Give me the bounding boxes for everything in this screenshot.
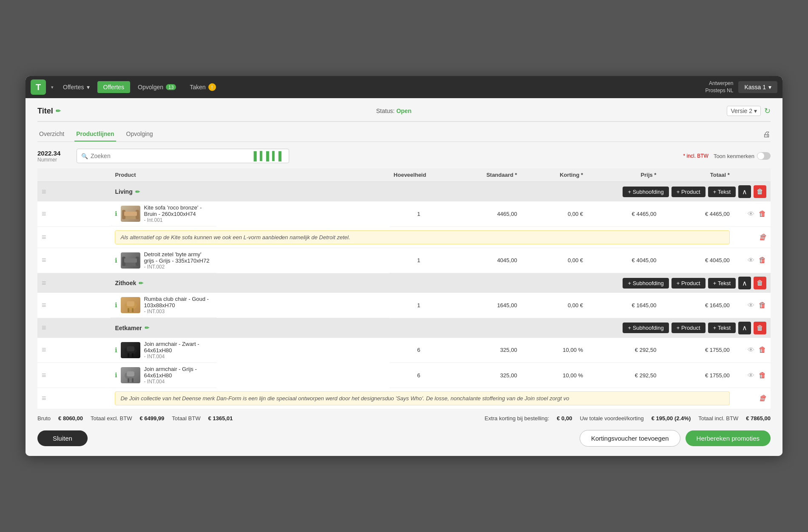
btn-tekst-zithoek[interactable]: + Tekst: [708, 278, 736, 289]
info-icon[interactable]: ℹ: [115, 301, 117, 309]
section-edit-icon[interactable]: ✏: [135, 189, 140, 195]
print-icon[interactable]: 🖨: [763, 130, 771, 139]
svg-rect-10: [132, 308, 134, 312]
row-drag: ≡: [37, 201, 111, 226]
btn-del-section-living[interactable]: 🗑: [754, 185, 766, 198]
korting-cell: 0,00 €: [521, 201, 587, 226]
drag-handle[interactable]: ≡: [42, 279, 46, 287]
totaal-btw-label: Totaal BTW: [172, 415, 200, 422]
drag-handle[interactable]: ≡: [42, 187, 46, 196]
taken-badge: !: [208, 83, 216, 91]
nav-kassa[interactable]: Kassa 1 ▾: [738, 81, 777, 93]
text-note[interactable]: De Join collectie van het Deense merk Da…: [115, 391, 729, 405]
drag-handle[interactable]: ≡: [42, 345, 46, 354]
row-drag: ≡: [37, 248, 111, 273]
refresh-icon[interactable]: ↻: [764, 106, 771, 116]
text-note[interactable]: Als alternatief op de Kite sofa kunnen w…: [115, 230, 729, 244]
row-actions: 🗑: [734, 226, 771, 248]
product-name: Rumba club chair - Goud - 103x88xH70: [144, 296, 212, 308]
delete-row-icon[interactable]: 🗑: [759, 371, 766, 379]
th-drag: [37, 168, 111, 182]
drag-handle[interactable]: ≡: [42, 209, 46, 218]
btn-subhoofding-eetkamer[interactable]: + Subhoofding: [623, 323, 669, 333]
sluiten-button[interactable]: Sluiten: [37, 430, 88, 446]
eye-icon[interactable]: 👁: [748, 302, 754, 309]
drag-handle[interactable]: ≡: [42, 394, 46, 402]
delete-row-icon[interactable]: 🗑: [759, 394, 766, 402]
section-actions-living: + Subhoofding + Product + Tekst ∧ 🗑: [448, 182, 771, 202]
korting-cell: 0,00 €: [521, 248, 587, 273]
nav-offertes-active[interactable]: Offertes: [97, 81, 131, 93]
kenmerken-toggle[interactable]: [757, 152, 771, 160]
info-icon[interactable]: ℹ: [115, 371, 117, 379]
delete-row-icon[interactable]: 🗑: [759, 256, 766, 264]
th-hoeveelheid: Hoeveelheid: [390, 168, 448, 182]
btn-product-eetkamer[interactable]: + Product: [671, 323, 706, 333]
document-header: Titel ✏ Status: Open Versie 2 ▾ ↻: [37, 106, 771, 122]
drag-handle[interactable]: ≡: [42, 301, 46, 309]
search-input[interactable]: [91, 153, 250, 159]
info-icon[interactable]: ℹ: [115, 210, 117, 218]
drag-handle[interactable]: ≡: [42, 256, 46, 264]
herbereken-button[interactable]: Herbereken promoties: [686, 430, 771, 446]
btn-product-zithoek[interactable]: + Product: [671, 278, 706, 289]
status-area: Status: Open: [61, 108, 727, 114]
search-box[interactable]: 🔍 ▌▍▌▍▌: [77, 149, 289, 163]
delete-row-icon[interactable]: 🗑: [759, 209, 766, 218]
drag-handle[interactable]: ≡: [42, 323, 46, 332]
btn-product-living[interactable]: + Product: [671, 187, 706, 197]
btn-up-living[interactable]: ∧: [738, 185, 751, 198]
btn-del-section-eetkamer[interactable]: 🗑: [754, 322, 766, 334]
product-name: Kite sofa 'roco bronze' - Bruin - 260x10…: [144, 204, 212, 217]
info-icon[interactable]: ℹ: [115, 346, 117, 354]
tab-overzicht[interactable]: Overzicht: [37, 127, 66, 141]
bruto-label: Bruto: [37, 415, 51, 422]
drag-handle[interactable]: ≡: [42, 233, 46, 241]
toolbar-row: 2022.34 Nummer 🔍 ▌▍▌▍▌ * incl. BTW Toon …: [37, 149, 771, 163]
product-image: [121, 252, 140, 269]
product-cell: ℹ Kite sofa 'roco bronze' - Bruin - 260x…: [111, 201, 216, 226]
btn-tekst-living[interactable]: + Tekst: [708, 187, 736, 197]
nav-taken[interactable]: Taken !: [184, 81, 222, 93]
svg-rect-18: [132, 378, 134, 382]
row-drag: ≡: [37, 363, 111, 388]
drag-handle[interactable]: ≡: [42, 371, 46, 379]
tab-opvolging[interactable]: Opvolging: [125, 127, 155, 141]
standaard-cell: 1645,00: [448, 293, 521, 318]
svg-rect-3: [124, 212, 137, 216]
eye-icon[interactable]: 👁: [748, 346, 754, 354]
delete-row-icon[interactable]: 🗑: [759, 345, 766, 354]
section-drag-eetkamer: ≡: [37, 318, 111, 338]
delete-row-icon[interactable]: 🗑: [759, 301, 766, 309]
standaard-cell: 325,00: [448, 363, 521, 388]
th-product: Product: [111, 168, 389, 182]
logo-dropdown-arrow[interactable]: ▾: [49, 83, 55, 92]
svg-rect-7: [124, 258, 137, 263]
btn-tekst-eetkamer[interactable]: + Tekst: [708, 323, 736, 333]
delete-row-icon[interactable]: 🗑: [759, 233, 766, 241]
btn-up-zithoek[interactable]: ∧: [738, 277, 751, 289]
nav-opvolgen[interactable]: Opvolgen 13: [132, 81, 182, 93]
title-edit-icon[interactable]: ✏: [56, 108, 61, 114]
btn-subhoofding-zithoek[interactable]: + Subhoofding: [623, 278, 669, 289]
nav-offertes-dropdown[interactable]: Offertes ▾: [57, 81, 96, 93]
standaard-cell: 4465,00: [448, 201, 521, 226]
btn-up-eetkamer[interactable]: ∧: [738, 322, 751, 334]
eye-icon[interactable]: 👁: [748, 372, 754, 379]
eye-icon[interactable]: 👁: [748, 210, 754, 218]
btn-subhoofding-living[interactable]: + Subhoofding: [623, 187, 669, 197]
product-name: Join armchair - Grijs - 64x61xH80: [144, 366, 212, 379]
section-row-zithoek: ≡Zithoek✏ + Subhoofding + Product + Teks…: [37, 273, 771, 293]
th-totaal: Totaal *: [660, 168, 734, 182]
product-sku: - Int.001: [144, 217, 212, 223]
section-edit-icon[interactable]: ✏: [139, 280, 143, 286]
tab-productlijnen[interactable]: Productlijnen: [74, 127, 116, 141]
version-select[interactable]: Versie 2 ▾: [727, 106, 761, 116]
eye-icon[interactable]: 👁: [748, 257, 754, 264]
info-icon[interactable]: ℹ: [115, 257, 117, 264]
btn-del-section-zithoek[interactable]: 🗑: [754, 277, 766, 289]
section-edit-icon[interactable]: ✏: [145, 325, 149, 331]
kortingsvoucher-button[interactable]: Kortingsvoucher toevoegen: [580, 430, 680, 447]
prijs-cell: € 4465,00: [587, 201, 660, 226]
text-note-cell: Als alternatief op de Kite sofa kunnen w…: [111, 226, 734, 248]
